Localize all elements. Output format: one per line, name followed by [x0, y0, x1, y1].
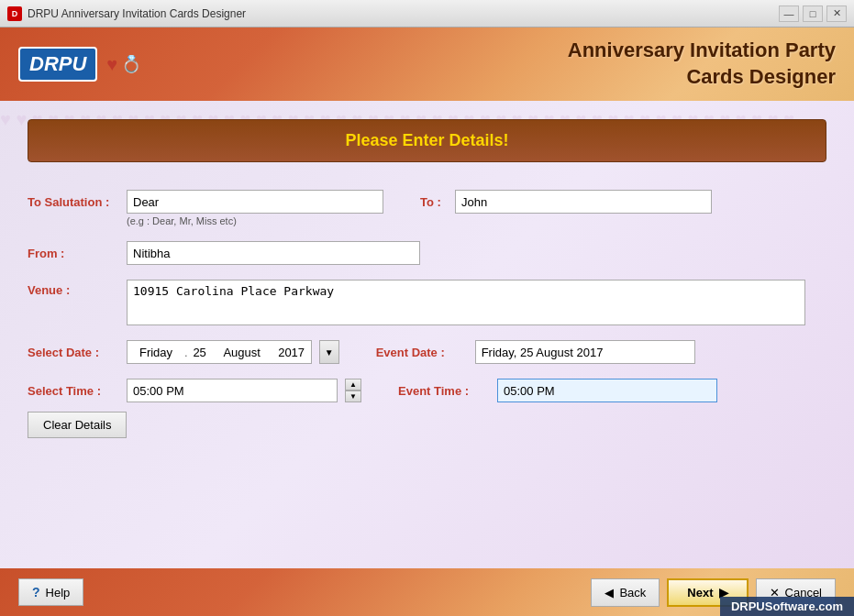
select-date-group: Select Date : . ▼ — [28, 340, 339, 364]
date-day-input[interactable] — [128, 344, 184, 361]
from-input[interactable] — [127, 241, 420, 265]
select-time-group: Select Time : ▲ ▼ — [28, 379, 361, 402]
minimize-button[interactable]: — — [779, 6, 799, 22]
logo-icons: ♥ 💍 — [106, 54, 141, 75]
to-input[interactable] — [455, 190, 712, 214]
app-icon: D — [7, 6, 22, 21]
logo-area: DRPU ♥ 💍 — [18, 47, 141, 82]
select-time-input[interactable] — [127, 379, 338, 402]
time-row: Select Time : ▲ ▼ Event Time : — [28, 379, 826, 402]
header-title: Anniversary Invitation PartyCards Design… — [568, 38, 836, 90]
from-label: From : — [28, 247, 119, 260]
event-time-group: Event Time : — [398, 379, 717, 402]
back-button[interactable]: ◀ Back — [591, 578, 660, 607]
venue-row: Venue : 10915 Carolina Place Parkway — [28, 280, 826, 325]
content-inner: Please Enter Details! To Salutation : (e… — [28, 119, 826, 438]
title-bar: D DRPU Anniversary Invitation Cards Desi… — [0, 0, 854, 28]
next-label: Next — [687, 586, 713, 600]
maximize-button[interactable]: □ — [803, 6, 823, 22]
app-header: DRPU ♥ 💍 Anniversary Invitation PartyCar… — [0, 28, 854, 101]
heart-icon: ♥ — [106, 54, 117, 75]
venue-textarea[interactable]: 10915 Carolina Place Parkway — [127, 280, 805, 325]
date-year-input[interactable] — [272, 344, 311, 361]
date-num-input[interactable] — [188, 344, 212, 361]
salutation-group: To Salutation : (e.g : Dear, Mr, Miss et… — [28, 190, 383, 226]
select-time-label: Select Time : — [28, 384, 119, 398]
time-up-button[interactable]: ▲ — [345, 379, 361, 390]
drpu-logo: DRPU — [18, 47, 97, 82]
event-date-display — [475, 340, 695, 364]
clear-details-button[interactable]: Clear Details — [28, 412, 127, 438]
to-label: To : — [420, 195, 448, 209]
main-content: Please Enter Details! To Salutation : (e… — [0, 101, 854, 568]
back-label: Back — [619, 586, 646, 600]
back-arrow-icon: ◀ — [604, 586, 614, 600]
date-month-input[interactable] — [212, 344, 272, 361]
date-picker-button[interactable]: ▼ — [319, 340, 339, 364]
window-controls[interactable]: — □ ✕ — [779, 6, 847, 22]
ring-icon: 💍 — [121, 54, 141, 74]
select-date-label: Select Date : — [28, 346, 119, 359]
date-input-group: . — [127, 340, 312, 364]
event-time-label: Event Time : — [398, 384, 490, 398]
watermark-text: DRPUSoftware.com — [731, 600, 843, 613]
time-down-button[interactable]: ▼ — [345, 390, 361, 402]
to-salutation-label: To Salutation : — [28, 195, 119, 209]
form-grid: To Salutation : (e.g : Dear, Mr, Miss et… — [28, 190, 826, 402]
clear-details-label: Clear Details — [43, 418, 111, 432]
salutation-row: To Salutation : (e.g : Dear, Mr, Miss et… — [28, 190, 826, 226]
section-header: Please Enter Details! — [28, 119, 826, 162]
title-bar-left: D DRPU Anniversary Invitation Cards Desi… — [7, 6, 246, 21]
app-name: Anniversary Invitation PartyCards Design… — [568, 38, 836, 90]
to-salutation-input[interactable] — [127, 190, 383, 214]
venue-label: Venue : — [28, 283, 119, 297]
app-title: DRPU Anniversary Invitation Cards Design… — [28, 7, 246, 20]
close-button[interactable]: ✕ — [826, 6, 847, 22]
from-row: From : — [28, 241, 826, 265]
salutation-hint: (e.g : Dear, Mr, Miss etc) — [127, 215, 383, 226]
help-icon: ? — [32, 585, 40, 600]
help-label: Help — [46, 586, 71, 600]
event-time-display[interactable] — [497, 379, 717, 402]
to-group: To : — [420, 190, 712, 214]
event-date-group: Event Date : — [376, 340, 695, 364]
time-spinner: ▲ ▼ — [345, 379, 361, 402]
event-date-label: Event Date : — [376, 346, 468, 359]
section-title: Please Enter Details! — [345, 131, 508, 149]
watermark: DRPUSoftware.com — [720, 597, 854, 616]
help-button[interactable]: ? Help — [18, 578, 83, 606]
date-row: Select Date : . ▼ Event Date : — [28, 340, 826, 364]
